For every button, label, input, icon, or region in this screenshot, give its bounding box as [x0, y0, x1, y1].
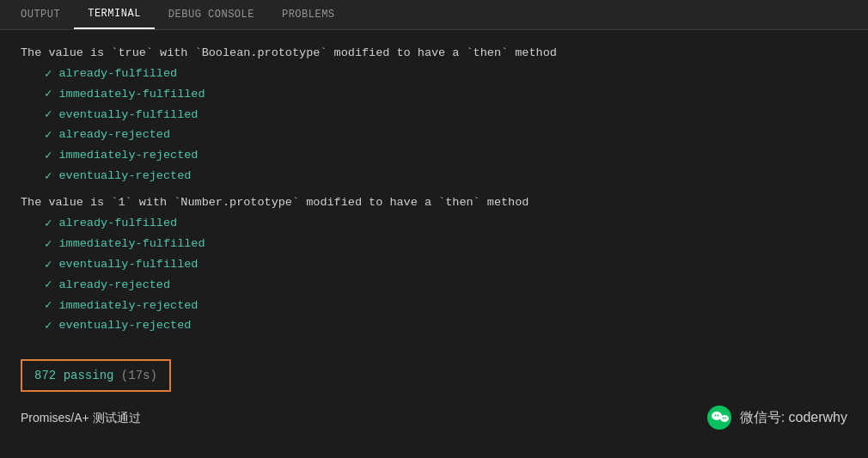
- test-label: eventually-fulfilled: [58, 255, 198, 275]
- check-icon: ✓: [45, 146, 52, 167]
- check-icon: ✓: [45, 84, 52, 105]
- passing-box: 872 passing (17s): [21, 359, 171, 392]
- footer-text: Promises/A+ 测试通过: [21, 408, 141, 427]
- tab-bar: OUTPUT TERMINAL DEBUG CONSOLE PROBLEMS: [0, 0, 868, 30]
- section-1-header: The value is `true` with `Boolean.protot…: [21, 44, 847, 63]
- test-item: ✓ eventually-rejected: [45, 316, 847, 337]
- section-2-header: The value is `1` with `Number.prototype`…: [21, 193, 847, 212]
- svg-point-6: [724, 418, 726, 419]
- tab-debug-console[interactable]: DEBUG CONSOLE: [155, 0, 268, 29]
- test-item: ✓ eventually-fulfilled: [45, 255, 847, 276]
- watermark-text: 微信号: coderwhy: [740, 406, 847, 429]
- wechat-icon: [706, 404, 733, 431]
- tab-terminal[interactable]: TERMINAL: [74, 0, 155, 29]
- check-icon: ✓: [45, 125, 52, 146]
- test-item: ✓ eventually-fulfilled: [45, 105, 847, 125]
- test-item: ✓ immediately-fulfilled: [45, 84, 847, 105]
- tab-output[interactable]: OUTPUT: [7, 0, 74, 29]
- test-item: ✓ already-fulfilled: [45, 64, 847, 85]
- check-icon: ✓: [45, 296, 52, 316]
- footer-row: Promises/A+ 测试通过 微信号: coderwhy: [21, 404, 847, 431]
- svg-point-3: [714, 415, 716, 417]
- passing-count: 872: [34, 369, 56, 382]
- check-icon: ✓: [45, 316, 52, 337]
- svg-point-4: [717, 415, 718, 417]
- test-item: ✓ eventually-rejected: [45, 167, 847, 187]
- terminal-content: The value is `true` with `Boolean.protot…: [0, 30, 868, 458]
- test-label: already-fulfilled: [58, 64, 177, 84]
- test-item: ✓ immediately-fulfilled: [45, 235, 847, 255]
- check-icon: ✓: [45, 167, 52, 187]
- section-1-tests: ✓ already-fulfilled ✓ immediately-fulfil…: [45, 64, 847, 187]
- test-label: immediately-fulfilled: [58, 85, 205, 105]
- watermark: 微信号: coderwhy: [706, 404, 847, 431]
- test-label: already-fulfilled: [58, 214, 177, 234]
- test-item: ✓ already-rejected: [45, 275, 847, 296]
- check-icon: ✓: [45, 275, 52, 296]
- test-item: ✓ already-fulfilled: [45, 214, 847, 235]
- test-label: immediately-fulfilled: [58, 235, 205, 254]
- test-label: immediately-rejected: [58, 146, 198, 166]
- section-2-tests: ✓ already-fulfilled ✓ immediately-fulfil…: [45, 214, 847, 337]
- check-icon: ✓: [45, 235, 52, 255]
- passing-time-value: (17s): [121, 369, 157, 382]
- check-icon: ✓: [45, 105, 52, 125]
- test-label: eventually-rejected: [58, 167, 191, 186]
- test-label: already-rejected: [58, 125, 170, 145]
- check-icon: ✓: [45, 255, 52, 276]
- test-label: eventually-rejected: [58, 316, 191, 336]
- test-label: already-rejected: [58, 276, 170, 296]
- svg-point-5: [722, 418, 724, 419]
- test-item: ✓ immediately-rejected: [45, 146, 847, 167]
- passing-label-text: passing: [64, 369, 114, 382]
- svg-point-2: [720, 415, 729, 422]
- test-label: immediately-rejected: [58, 296, 198, 316]
- test-item: ✓ already-rejected: [45, 125, 847, 146]
- test-label: eventually-fulfilled: [58, 106, 198, 125]
- tab-problems[interactable]: PROBLEMS: [268, 0, 349, 29]
- check-icon: ✓: [45, 64, 52, 85]
- check-icon: ✓: [45, 214, 52, 235]
- test-item: ✓ immediately-rejected: [45, 296, 847, 316]
